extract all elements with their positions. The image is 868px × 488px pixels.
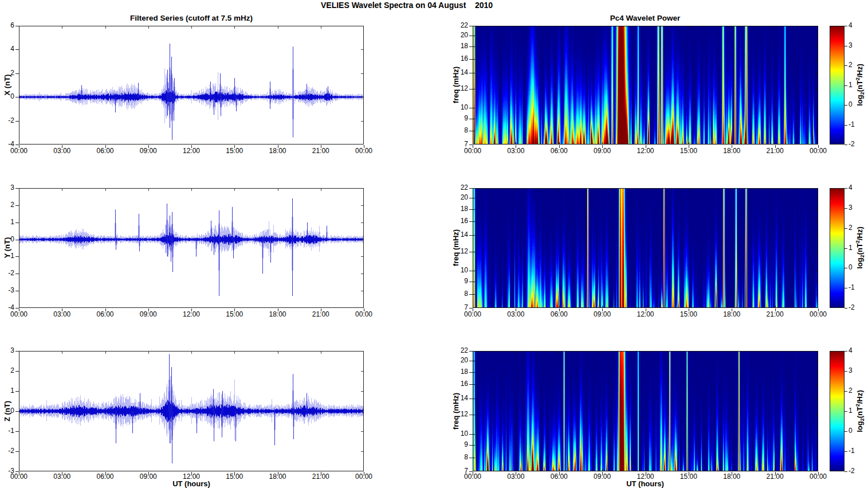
axis-tick-label: 16 <box>434 54 468 63</box>
axis-tick-label: -1 <box>849 120 855 128</box>
axis-tick-mark <box>15 121 19 122</box>
axis-tick-label: 20 <box>434 193 468 201</box>
axis-tick-label: 10 <box>434 266 468 274</box>
axis-tick-label: 12:00 <box>183 310 200 318</box>
axis-tick-mark <box>469 235 473 236</box>
axis-tick-label: 20 <box>434 31 468 39</box>
colorbar-label-row2: log2(nT2/Hz) <box>855 227 866 269</box>
axis-tick-mark <box>15 471 19 472</box>
axis-tick-mark <box>845 248 847 249</box>
axis-tick-label: 06:00 <box>96 147 113 155</box>
axis-tick-label: 18:00 <box>723 473 740 481</box>
axis-tick-label: -1 <box>0 427 14 435</box>
axis-tick-label: 06:00 <box>551 310 568 318</box>
axis-tick-label: 00:00 <box>355 473 372 481</box>
axis-tick-label: 9 <box>434 114 468 122</box>
axis-tick-label: 14 <box>434 68 468 76</box>
axis-tick-label: 03:00 <box>53 473 70 481</box>
axis-tick-label: 15:00 <box>226 473 243 481</box>
y-spectrogram-canvas <box>473 188 818 308</box>
axis-tick-mark <box>845 26 847 26</box>
axis-tick-label: 15:00 <box>680 473 697 481</box>
axis-tick-label: 1 <box>849 244 853 252</box>
axis-tick-label: 1 <box>849 81 853 89</box>
axis-tick-label: 18:00 <box>269 147 286 155</box>
axis-tick-label: 00:00 <box>810 310 827 318</box>
axis-tick-mark <box>469 434 473 435</box>
right-xaxis-label: UT (hours) <box>626 479 664 488</box>
axis-tick-label: 18:00 <box>269 473 286 481</box>
axis-tick-label: 12:00 <box>183 147 200 155</box>
axis-tick-label: 03:00 <box>507 310 524 318</box>
axis-tick-label: 15:00 <box>226 147 243 155</box>
axis-tick-label: 14 <box>434 394 468 402</box>
axis-tick-label: 15:00 <box>680 310 697 318</box>
axis-tick-label: 20 <box>434 356 468 364</box>
axis-tick-mark <box>469 36 473 36</box>
axis-tick-label: 06:00 <box>96 310 113 318</box>
axis-tick-mark <box>845 308 847 309</box>
axis-tick-mark <box>469 361 473 361</box>
axis-tick-label: 22 <box>434 346 468 354</box>
axis-tick-label: -2 <box>0 269 14 277</box>
axis-tick-label: -1 <box>849 447 855 455</box>
axis-tick-label: 3 <box>0 346 14 354</box>
axis-tick-mark <box>469 145 473 145</box>
axis-tick-label: 09:00 <box>594 310 611 318</box>
axis-tick-label: 0 <box>0 407 14 415</box>
axis-tick-mark <box>845 371 847 372</box>
axis-tick-mark <box>845 145 847 145</box>
axis-tick-mark <box>15 73 19 74</box>
axis-tick-label: 21:00 <box>767 473 784 481</box>
axis-tick-label: 9 <box>434 440 468 448</box>
axis-tick-mark <box>469 131 473 131</box>
axis-tick-mark <box>15 256 19 257</box>
axis-tick-label: 09:00 <box>594 147 611 155</box>
axis-tick-mark <box>15 97 19 97</box>
axis-tick-label: 18 <box>434 42 468 50</box>
colorbar-z-canvas <box>830 351 845 471</box>
axis-tick-label: 00:00 <box>464 310 481 318</box>
axis-tick-mark <box>15 391 19 392</box>
axis-tick-label: 12 <box>434 247 468 255</box>
figure-title: VELIES Wavelet Spectra on 04 August 2010 <box>321 1 493 10</box>
axis-tick-mark <box>845 411 847 412</box>
axis-tick-mark <box>15 145 19 145</box>
axis-tick-label: 21:00 <box>767 147 784 155</box>
axis-tick-mark <box>469 471 473 472</box>
panel-x-spectrogram <box>473 26 818 145</box>
axis-tick-mark <box>845 288 847 288</box>
axis-tick-label: 06:00 <box>551 147 568 155</box>
axis-tick-mark <box>15 222 19 223</box>
axis-tick-label: 7 <box>434 303 468 311</box>
axis-tick-mark <box>469 46 473 47</box>
axis-tick-label: 8 <box>434 126 468 134</box>
axis-tick-label: -1 <box>849 283 855 291</box>
axis-tick-label: 09:00 <box>140 310 157 318</box>
axis-tick-label: 8 <box>434 290 468 298</box>
axis-tick-label: 00:00 <box>10 310 28 318</box>
axis-tick-label: 00:00 <box>810 147 827 155</box>
axis-tick-label: -2 <box>849 467 855 475</box>
axis-tick-label: 10 <box>434 103 468 111</box>
axis-tick-label: 2 <box>849 224 853 232</box>
axis-tick-label: 18 <box>434 205 468 213</box>
z-series-plot-canvas <box>19 351 364 471</box>
axis-tick-label: 4 <box>849 21 853 29</box>
axis-tick-label: 3 <box>849 366 853 374</box>
axis-tick-mark <box>15 274 19 274</box>
axis-tick-label: 12:00 <box>637 473 654 481</box>
axis-tick-mark <box>845 431 847 432</box>
x-spectrogram-canvas <box>473 26 818 145</box>
axis-tick-label: 2 <box>0 69 14 77</box>
axis-tick-label: 21:00 <box>312 147 329 155</box>
axis-tick-mark <box>845 125 847 126</box>
axis-tick-label: 09:00 <box>594 473 611 481</box>
axis-tick-mark <box>15 26 19 26</box>
axis-tick-mark <box>15 205 19 206</box>
colorbar-y-canvas <box>830 188 845 308</box>
colorbar-label-row3: log2(nT2/Hz) <box>855 390 866 432</box>
axis-tick-mark <box>15 371 19 372</box>
axis-tick-label: -2 <box>849 303 855 311</box>
axis-tick-mark <box>15 291 19 291</box>
